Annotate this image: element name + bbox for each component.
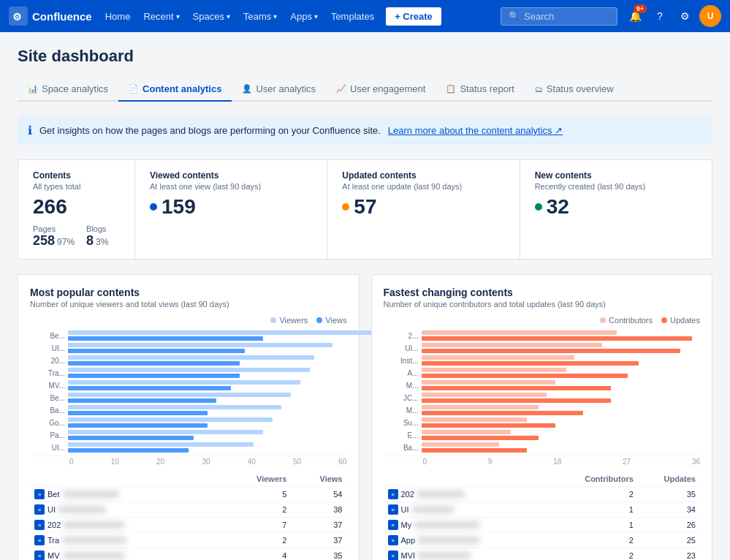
tab-space-analytics[interactable]: 📊 Space analytics	[18, 77, 118, 102]
new-label: New contents	[535, 170, 697, 181]
stat-updated: Updated contents At least one update (la…	[327, 160, 520, 259]
popular-table: Viewers Views ≡ Bet 5 54 ≡ UI 2 38	[30, 472, 347, 560]
info-banner: ℹ Get insights on how the pages and blog…	[18, 116, 712, 145]
popular-legend: Viewers Views	[30, 316, 347, 325]
nav-templates[interactable]: Templates	[325, 8, 380, 25]
viewed-label: Viewed contents	[150, 170, 312, 181]
table-row: ≡ Bet 5 54	[30, 487, 347, 502]
notifications-button[interactable]: 🔔 9+	[623, 4, 647, 28]
popular-bar-row: UI...	[30, 343, 347, 353]
contents-value: 266	[33, 195, 120, 219]
popular-bar-row: Be...	[30, 330, 347, 341]
updated-value: 57	[354, 195, 376, 219]
nav-apps[interactable]: Apps▾	[284, 8, 324, 25]
nav-recent[interactable]: Recent▾	[137, 8, 185, 25]
table-row: ≡ 202 2 35	[384, 487, 701, 502]
new-sublabel: Recently created (last 90 days)	[535, 182, 697, 191]
stat-blogs: Blogs 8 3%	[86, 224, 108, 249]
search-placeholder: Search	[524, 11, 554, 22]
table-row: ≡ MVI 2 23	[384, 548, 701, 561]
banner-link[interactable]: Learn more about the content analytics ↗	[388, 125, 563, 136]
nav-home[interactable]: Home	[99, 8, 137, 25]
viewed-value: 159	[161, 195, 196, 219]
fastest-bar-row: Inst...	[384, 355, 701, 366]
popular-bar-chart: Be... UI... 20... Tra... MV... Be...	[30, 330, 347, 453]
tab-content-analytics[interactable]: 📄 Content analytics	[118, 77, 232, 102]
new-value: 32	[547, 195, 569, 219]
info-icon: ℹ	[28, 124, 32, 137]
popular-axis: 0102030405060	[30, 455, 347, 466]
tab-user-engagement[interactable]: 📈 User engagement	[326, 77, 436, 102]
tab-user-analytics[interactable]: 👤 User analytics	[232, 77, 326, 102]
tab-status-report[interactable]: 📋 Status report	[436, 77, 524, 102]
table-row: ≡ App 2 25	[384, 533, 701, 548]
popular-bar-row: UI...	[30, 442, 347, 453]
fastest-bar-row: JC...	[384, 393, 701, 403]
viewed-sublabel: At least one view (last 90 days)	[150, 182, 312, 191]
popular-bar-row: Go...	[30, 417, 347, 428]
stat-contents: Contents All types total 266 Pages 258 9…	[18, 160, 135, 259]
fastest-bar-row: 2...	[384, 330, 701, 341]
new-dot	[535, 203, 542, 211]
table-row: ≡ UI 1 34	[384, 502, 701, 518]
fastest-chart-card: Fastest changing contents Number of uniq…	[371, 274, 713, 560]
fastest-table: Contributors Updates ≡ 202 2 35 ≡ UI 1 3…	[384, 472, 701, 560]
user-avatar[interactable]: U	[699, 5, 721, 27]
tab-status-overview[interactable]: 🗂 Status overview	[525, 77, 624, 102]
stats-row: Contents All types total 266 Pages 258 9…	[18, 159, 712, 260]
confluence-logo-icon: ⚙	[9, 7, 28, 26]
page-title: Site dashboard	[18, 47, 712, 66]
popular-bar-row: Be...	[30, 393, 347, 403]
popular-bar-row: Tra...	[30, 368, 347, 378]
fastest-legend: Contributors Updates	[384, 316, 701, 325]
table-row: ≡ My 1 26	[384, 518, 701, 533]
fastest-bar-row: Su...	[384, 417, 701, 428]
nav-create-button[interactable]: + Create	[386, 7, 441, 26]
fastest-bar-row: A...	[384, 368, 701, 378]
banner-text: Get insights on how the pages and blogs …	[39, 125, 381, 136]
fastest-chart-title: Fastest changing contents	[384, 287, 701, 298]
fastest-bar-row: M...	[384, 405, 701, 415]
table-row: ≡ UI 2 38	[30, 502, 347, 518]
main-content: Site dashboard 📊 Space analytics 📄 Conte…	[0, 32, 730, 560]
table-row: ≡ 202 7 37	[30, 518, 347, 533]
fastest-bar-row: E...	[384, 430, 701, 440]
charts-section: Most popular contents Number of unique v…	[18, 274, 712, 560]
help-button[interactable]: ?	[648, 4, 672, 28]
updated-dot	[342, 203, 349, 211]
nav-teams[interactable]: Teams▾	[237, 8, 283, 25]
table-row: ≡ MV 4 35	[30, 548, 347, 561]
fastest-axis: 09182736	[384, 455, 701, 466]
svg-text:⚙: ⚙	[12, 11, 22, 23]
fastest-chart-subtitle: Number of unique contributors and total …	[384, 300, 701, 309]
updated-sublabel: At least one update (last 90 days)	[342, 182, 504, 191]
nav-logo[interactable]: ⚙ Confluence	[9, 7, 92, 26]
settings-button[interactable]: ⚙	[673, 4, 696, 28]
logo-text: Confluence	[32, 10, 92, 23]
viewed-dot	[150, 203, 157, 211]
popular-bar-row: Pa...	[30, 430, 347, 440]
popular-bar-row: MV...	[30, 380, 347, 390]
popular-chart-card: Most popular contents Number of unique v…	[18, 274, 360, 560]
notification-badge: 9+	[634, 4, 647, 13]
popular-chart-subtitle: Number of unique viewers and total views…	[30, 300, 347, 309]
search-icon: 🔍	[509, 11, 520, 21]
contents-sublabel: All types total	[33, 182, 120, 191]
nav-spaces[interactable]: Spaces▾	[187, 8, 236, 25]
popular-bar-row: Ba...	[30, 405, 347, 415]
fastest-bar-chart: 2... UI... Inst... A... M... JC...	[384, 330, 701, 453]
popular-chart-title: Most popular contents	[30, 287, 347, 298]
fastest-bar-row: M...	[384, 380, 701, 390]
fastest-bar-row: Ba...	[384, 442, 701, 453]
search-bar[interactable]: 🔍 Search	[501, 7, 617, 26]
stat-viewed: Viewed contents At least one view (last …	[135, 160, 327, 259]
top-navigation: ⚙ Confluence Home Recent▾ Spaces▾ Teams▾…	[0, 0, 730, 32]
updated-label: Updated contents	[342, 170, 504, 181]
contents-label: Contents	[33, 170, 120, 181]
stat-pages: Pages 258 97%	[33, 224, 75, 249]
analytics-tabs: 📊 Space analytics 📄 Content analytics 👤 …	[18, 77, 712, 102]
table-row: ≡ Tra 2 37	[30, 533, 347, 548]
stat-new: New contents Recently created (last 90 d…	[520, 160, 712, 259]
popular-bar-row: 20...	[30, 355, 347, 366]
fastest-bar-row: UI...	[384, 343, 701, 353]
